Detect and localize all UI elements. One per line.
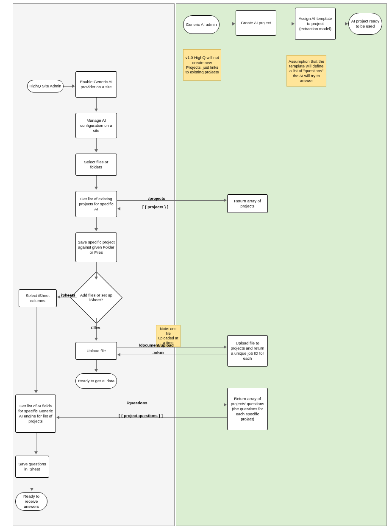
node-return-questions: Return array of projects' questions (the… (227, 388, 268, 430)
node-select-isheet-columns: Select iSheet columns (19, 289, 57, 307)
swimlane-generic-ai (176, 3, 387, 526)
sticky-v1-note: v1.0 HighQ will not create new Projects,… (183, 49, 221, 81)
node-create-ai-project: Create AI project (236, 10, 276, 36)
node-enable-provider: Enable Generic AI provider on a site (75, 71, 117, 98)
edge-label-projects-req: /projects (148, 196, 165, 201)
node-get-projects: Get list of existing projects for specif… (75, 191, 117, 217)
decision-files-or-isheet: Add files or set up iSheet? (75, 277, 117, 318)
node-get-ai-fields: Get list of AI fields for specific Gener… (15, 395, 56, 433)
terminator-ready-ai-data: Ready to get AI data (75, 373, 117, 389)
edge-label-upload-resp: JobID (153, 351, 164, 355)
node-return-projects: Return array of projects (227, 194, 268, 213)
node-save-questions: Save questions in iSheet (15, 456, 49, 478)
node-manage-config: Manage AI configuration on a site (75, 113, 117, 138)
node-upload-return-jobid: Upload file to projects and return a uni… (227, 335, 268, 367)
terminator-highq-admin: HighQ Site Admin (27, 80, 64, 92)
node-save-project: Save specific project against given Fold… (75, 232, 117, 262)
terminator-ready-answers: Ready to receive answers (15, 492, 47, 511)
edge-label-files: Files (91, 326, 100, 330)
node-assign-template: Assign AI template to project (extractio… (295, 8, 336, 40)
edge-label-isheets: iSheets (61, 293, 75, 297)
terminator-ai-project-ready: AI project ready to be used (348, 13, 382, 35)
decision-label: Add files or set up iSheet? (75, 293, 117, 302)
node-select-files: Select files or folders (75, 154, 117, 176)
edge-label-questions-req: /questions (127, 401, 147, 405)
terminator-generic-ai-admin: Generic AI admin (183, 15, 220, 34)
edge-label-upload-req: /document/upload (139, 343, 174, 347)
sticky-assumption: Assumption that the template will define… (286, 55, 326, 87)
edge-label-questions-resp: [ { project-questions } ] (119, 414, 163, 418)
edge-label-projects-resp: [ { projects } ] (142, 205, 168, 209)
node-upload-file: Upload file (75, 342, 117, 360)
